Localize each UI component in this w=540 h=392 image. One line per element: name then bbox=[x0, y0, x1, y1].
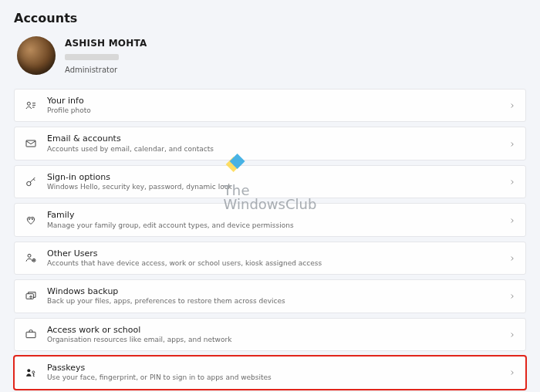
svg-point-0 bbox=[27, 102, 30, 105]
mail-icon bbox=[24, 137, 38, 150]
svg-rect-4 bbox=[26, 140, 35, 147]
item-desc: Organisation resources like email, apps,… bbox=[47, 336, 499, 344]
item-title: Access work or school bbox=[47, 325, 499, 335]
item-title: Your info bbox=[47, 96, 499, 106]
item-passkeys[interactable]: Passkeys Use your face, fingerprint, or … bbox=[14, 356, 526, 389]
svg-rect-14 bbox=[26, 294, 33, 299]
passkey-icon bbox=[24, 366, 38, 380]
item-title: Windows backup bbox=[47, 286, 499, 296]
item-desc: Use your face, fingerprint, or PIN to si… bbox=[47, 373, 499, 382]
backup-icon bbox=[24, 289, 38, 303]
svg-point-9 bbox=[32, 218, 33, 220]
settings-list: Your info Profile photo Email & accounts… bbox=[14, 89, 526, 390]
svg-point-18 bbox=[32, 371, 35, 373]
family-icon bbox=[24, 213, 38, 227]
key-icon bbox=[24, 175, 38, 189]
item-your-info[interactable]: Your info Profile photo bbox=[14, 89, 526, 122]
svg-point-8 bbox=[29, 218, 30, 220]
other-users-icon bbox=[24, 251, 38, 265]
svg-point-17 bbox=[27, 369, 30, 372]
item-title: Family bbox=[47, 210, 499, 220]
svg-line-7 bbox=[33, 179, 35, 181]
chevron-right-icon bbox=[508, 289, 516, 303]
item-desc: Profile photo bbox=[47, 106, 499, 115]
chevron-right-icon bbox=[508, 251, 516, 265]
item-desc: Back up your files, apps, preferences to… bbox=[47, 297, 499, 306]
item-title: Other Users bbox=[47, 248, 499, 259]
page-title: Accounts bbox=[14, 11, 526, 25]
profile-name: ASHISH MOHTA bbox=[65, 38, 147, 49]
item-other-users[interactable]: Other Users Accounts that have device ac… bbox=[14, 242, 526, 275]
item-email-accounts[interactable]: Email & accounts Accounts used by email,… bbox=[14, 127, 526, 160]
item-access-work-school[interactable]: Access work or school Organisation resou… bbox=[14, 318, 526, 351]
item-desc: Manage your family group, edit account t… bbox=[47, 221, 499, 230]
item-signin-options[interactable]: Sign-in options Windows Hello, security … bbox=[14, 165, 526, 198]
profile-block: ASHISH MOHTA Administrator bbox=[14, 36, 526, 75]
item-family[interactable]: Family Manage your family group, edit ac… bbox=[14, 203, 526, 236]
chevron-right-icon bbox=[508, 365, 516, 380]
chevron-right-icon bbox=[508, 327, 516, 342]
item-desc: Accounts that have device access, work o… bbox=[47, 259, 499, 268]
item-desc: Accounts used by email, calendar, and co… bbox=[47, 145, 499, 154]
chevron-right-icon bbox=[508, 174, 516, 189]
item-title: Passkeys bbox=[47, 363, 499, 373]
person-card-icon bbox=[24, 99, 38, 113]
svg-rect-16 bbox=[26, 333, 35, 338]
item-title: Email & accounts bbox=[47, 133, 499, 144]
item-desc: Windows Hello, security key, password, d… bbox=[47, 183, 499, 191]
briefcase-icon bbox=[24, 327, 38, 341]
chevron-right-icon bbox=[508, 98, 516, 113]
svg-point-10 bbox=[28, 255, 31, 258]
profile-handle-redacted bbox=[65, 54, 119, 60]
profile-role: Administrator bbox=[65, 66, 147, 74]
item-windows-backup[interactable]: Windows backup Back up your files, apps,… bbox=[14, 279, 526, 313]
chevron-right-icon bbox=[508, 137, 516, 151]
item-title: Sign-in options bbox=[47, 172, 499, 182]
avatar bbox=[17, 36, 56, 75]
chevron-right-icon bbox=[508, 213, 516, 228]
svg-point-5 bbox=[27, 181, 31, 185]
